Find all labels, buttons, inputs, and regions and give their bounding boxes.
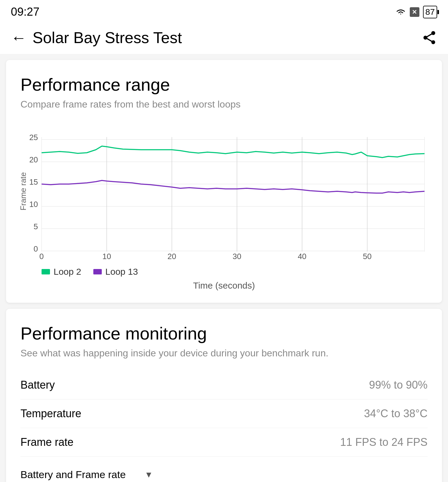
dropdown-label: Battery and Frame rate [20, 469, 126, 480]
framerate-value: 11 FPS to 24 FPS [224, 428, 428, 457]
performance-range-svg: Frame rate 25 20 15 10 5 0 0 [20, 122, 428, 261]
share-button[interactable] [422, 30, 437, 45]
svg-text:30: 30 [233, 252, 241, 261]
chart-type-dropdown[interactable]: Battery and Frame rate ▼ [20, 469, 153, 482]
battery-value: 99% to 90% [224, 371, 428, 399]
legend-label-loop13: Loop 13 [105, 267, 138, 277]
framerate-label: Frame rate [20, 428, 224, 457]
legend-loop13: Loop 13 [93, 267, 138, 277]
legend-label-loop2: Loop 2 [54, 267, 81, 277]
performance-metrics-grid: Battery 99% to 90% Temperature 34°C to 3… [20, 371, 428, 457]
back-button[interactable]: ← [11, 30, 26, 45]
x-icon: ✕ [410, 7, 419, 17]
status-bar: 09:27 ✕ 87 [0, 0, 448, 21]
performance-monitoring-card: Performance monitoring See what was happ… [6, 309, 442, 482]
chevron-down-icon: ▼ [145, 470, 153, 480]
svg-text:20: 20 [29, 155, 38, 164]
performance-range-chart: Frame rate 25 20 15 10 5 0 0 [20, 122, 428, 261]
performance-range-subtitle: Compare frame rates from the best and wo… [20, 99, 428, 110]
app-bar: ← Solar Bay Stress Test [0, 21, 448, 54]
svg-text:20: 20 [167, 252, 176, 261]
svg-text:50: 50 [363, 252, 372, 261]
svg-text:5: 5 [34, 222, 38, 231]
svg-text:10: 10 [102, 252, 111, 261]
legend-loop2: Loop 2 [42, 267, 81, 277]
performance-range-title: Performance range [20, 74, 428, 95]
battery-label: Battery [20, 371, 224, 399]
chart-legend: Loop 2 Loop 13 [42, 267, 428, 277]
svg-text:0: 0 [34, 244, 38, 253]
page-title: Solar Bay Stress Test [33, 29, 182, 47]
svg-text:0: 0 [39, 252, 44, 261]
app-bar-left: ← Solar Bay Stress Test [11, 29, 182, 47]
temperature-label: Temperature [20, 399, 224, 428]
svg-text:Frame rate: Frame rate [20, 172, 28, 210]
legend-color-loop13 [93, 269, 102, 274]
performance-monitoring-title: Performance monitoring [20, 323, 428, 343]
svg-text:25: 25 [29, 133, 38, 142]
svg-text:15: 15 [29, 177, 38, 186]
svg-text:40: 40 [298, 252, 306, 261]
wifi-icon [395, 7, 406, 17]
legend-color-loop2 [42, 269, 50, 274]
status-icons: ✕ 87 [395, 6, 437, 18]
performance-range-card: Performance range Compare frame rates fr… [6, 60, 442, 303]
svg-text:10: 10 [29, 200, 38, 209]
x-axis-label: Time (seconds) [20, 280, 428, 291]
performance-monitoring-subtitle: See what was happening inside your devic… [20, 348, 428, 359]
battery-icon: 87 [423, 6, 437, 18]
status-time: 09:27 [11, 5, 39, 18]
battery-level: 87 [425, 7, 435, 17]
temperature-value: 34°C to 38°C [224, 399, 428, 428]
